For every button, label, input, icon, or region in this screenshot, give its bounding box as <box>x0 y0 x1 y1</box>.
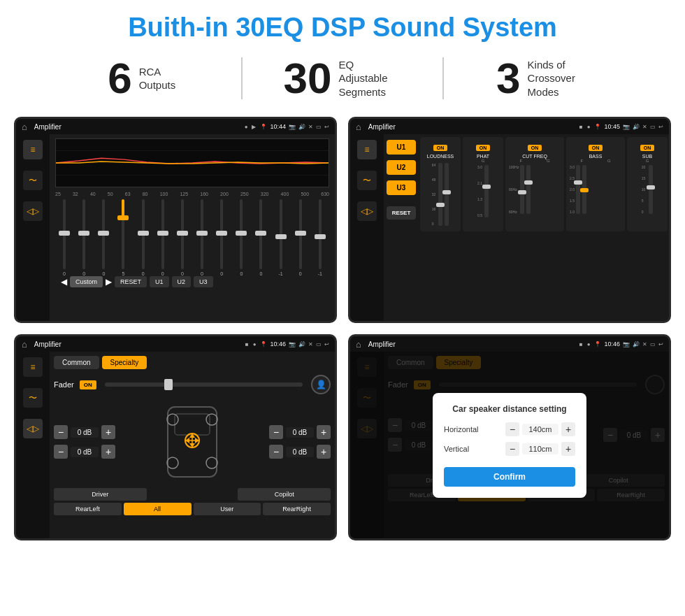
fader-wave-icon[interactable]: 〜 <box>23 388 43 408</box>
phat-toggle[interactable]: ON <box>476 145 491 151</box>
fr-minus[interactable]: − <box>269 425 283 439</box>
svg-point-9 <box>206 457 217 468</box>
eq-slider-13[interactable]: -1 <box>311 199 329 276</box>
fader-bottom-btns2: RearLeft All User RearRight <box>54 503 331 515</box>
status-icons-1: 📍 10:44 📷 🔊 ✕ ▭ ↩ <box>260 123 329 130</box>
vertical-ctrl: − 110cm + <box>505 442 575 456</box>
stat-crossover-text: Kinds ofCrossover Modes <box>528 58 591 99</box>
x-icon-4: ✕ <box>642 341 647 348</box>
tab-specialty-3[interactable]: Specialty <box>102 356 147 369</box>
rl-plus[interactable]: + <box>101 445 115 459</box>
status-icons-2: 📍 10:45 📷 🔊 ✕ ▭ ↩ <box>594 123 663 130</box>
eq-slider-7[interactable]: 0 <box>193 199 211 276</box>
vertical-label: Vertical <box>444 445 469 453</box>
horizontal-plus[interactable]: + <box>561 422 575 436</box>
rearright-btn[interactable]: RearRight <box>263 503 331 515</box>
eq-sidebar: ≡ 〜 ◁▷ <box>16 134 50 321</box>
sub-toggle[interactable]: ON <box>640 145 655 151</box>
rearleft-btn[interactable]: RearLeft <box>54 503 122 515</box>
fader-on-badge[interactable]: ON <box>80 380 96 389</box>
cross-reset-btn[interactable]: RESET <box>387 206 416 220</box>
window-icon-1: ▭ <box>316 124 322 130</box>
level-row-fl: − 0 dB + <box>54 425 115 439</box>
driver-btn[interactable]: Driver <box>54 488 147 501</box>
tab-common-3[interactable]: Common <box>54 356 99 369</box>
eq-wave-icon[interactable]: 〜 <box>23 171 43 190</box>
fader-filter-icon[interactable]: ≡ <box>23 357 43 377</box>
loudness-toggle[interactable]: ON <box>433 145 448 151</box>
eq-slider-1[interactable]: 0 <box>75 199 93 276</box>
rl-minus[interactable]: − <box>54 445 68 459</box>
eq-slider-4[interactable]: 0 <box>134 199 152 276</box>
eq-speaker-icon[interactable]: ◁▷ <box>23 201 43 221</box>
eq-slider-3[interactable]: 5 <box>114 199 132 276</box>
fl-minus[interactable]: − <box>54 425 68 439</box>
x-icon-2: ✕ <box>642 124 647 130</box>
stat-crossover: 3 Kinds ofCrossover Modes <box>444 57 643 100</box>
distance-dialog: Car speaker distance setting Horizontal … <box>433 393 586 498</box>
eq-slider-2[interactable]: 0 <box>94 199 113 276</box>
u2-btn[interactable]: U2 <box>172 276 192 287</box>
pin-icon-1: 📍 <box>260 124 267 130</box>
eq-slider-9[interactable]: 0 <box>232 199 250 276</box>
eq-slider-8[interactable]: 0 <box>212 199 231 276</box>
stats-row: 6 RCAOutputs 30 EQ AdjustableSegments 3 … <box>0 50 685 110</box>
dialog-overlay: Car speaker distance setting Horizontal … <box>350 352 669 538</box>
preset-u2[interactable]: U2 <box>387 160 416 175</box>
eq-main: 253240506380100125160200250320400500630 … <box>50 134 335 321</box>
home-icon-2[interactable]: ⌂ <box>356 122 361 132</box>
eq-slider-11[interactable]: -1 <box>272 199 290 276</box>
vertical-plus[interactable]: + <box>561 442 575 456</box>
horizontal-value: 140cm <box>522 424 558 435</box>
bass-toggle[interactable]: ON <box>589 145 603 151</box>
fl-plus[interactable]: + <box>101 425 115 439</box>
screen4-title: Amplifier <box>368 341 575 348</box>
home-icon-1[interactable]: ⌂ <box>22 122 27 132</box>
u3-btn[interactable]: U3 <box>194 276 213 287</box>
all-btn[interactable]: All <box>124 503 192 515</box>
eq-slider-12[interactable]: 0 <box>291 199 310 276</box>
play-icon-1: ▶ <box>252 124 256 130</box>
copilot-btn[interactable]: Copilot <box>238 488 331 501</box>
rr-plus[interactable]: + <box>317 445 331 459</box>
preset-u3[interactable]: U3 <box>387 180 416 195</box>
svg-rect-5 <box>175 414 210 435</box>
prev-btn[interactable]: ◀ <box>61 277 67 287</box>
cam-icon-1: 📷 <box>289 124 296 130</box>
eq-slider-5[interactable]: 0 <box>154 199 172 276</box>
eq-filter-icon[interactable]: ≡ <box>23 140 43 159</box>
fr-plus[interactable]: + <box>317 425 331 439</box>
sub-module: ON SUB G 20151050 <box>627 137 668 231</box>
eq-slider-10[interactable]: 0 <box>252 199 270 276</box>
home-icon-4[interactable]: ⌂ <box>356 339 361 350</box>
preset-u1[interactable]: U1 <box>387 140 416 155</box>
eq-slider-0[interactable]: 0 <box>55 199 73 276</box>
cross-sidebar: ≡ 〜 ◁▷ <box>350 134 384 321</box>
home-icon-3[interactable]: ⌂ <box>22 339 27 350</box>
dot-icon-2: ■ <box>579 124 583 130</box>
eq-slider-6[interactable]: 0 <box>173 199 192 276</box>
next-btn[interactable]: ▶ <box>106 277 112 287</box>
right-levels: − 0 dB + − 0 dB + <box>269 425 331 459</box>
cross-wave-icon[interactable]: 〜 <box>357 171 377 190</box>
user-btn[interactable]: User <box>194 503 261 515</box>
u1-btn[interactable]: U1 <box>150 276 169 287</box>
loudness-module: ON LOUDNESS 644832160 <box>420 137 461 231</box>
status-icons-4: 📍 10:46 📷 🔊 ✕ ▭ ↩ <box>594 341 663 348</box>
fader-sidebar: ≡ 〜 ◁▷ <box>16 352 50 538</box>
fader-speaker-icon[interactable]: ◁▷ <box>23 419 43 438</box>
confirm-button[interactable]: Confirm <box>444 467 575 487</box>
vol-icon-3: 🔊 <box>298 341 305 348</box>
vertical-minus[interactable]: − <box>505 442 519 456</box>
cross-speaker-icon[interactable]: ◁▷ <box>357 201 377 221</box>
cross-filter-icon[interactable]: ≡ <box>357 140 377 159</box>
screen1-title: Amplifier <box>34 123 240 131</box>
cross-presets: U1 U2 U3 RESET <box>384 134 419 321</box>
preset-label: Custom <box>70 276 103 287</box>
reset-btn[interactable]: RESET <box>115 276 147 287</box>
fader-user-icon[interactable]: 👤 <box>311 375 331 394</box>
rr-minus[interactable]: − <box>269 445 283 459</box>
horizontal-minus[interactable]: − <box>505 422 519 436</box>
cutfreq-toggle[interactable]: ON <box>528 145 542 151</box>
stat-rca-text: RCAOutputs <box>139 65 176 92</box>
